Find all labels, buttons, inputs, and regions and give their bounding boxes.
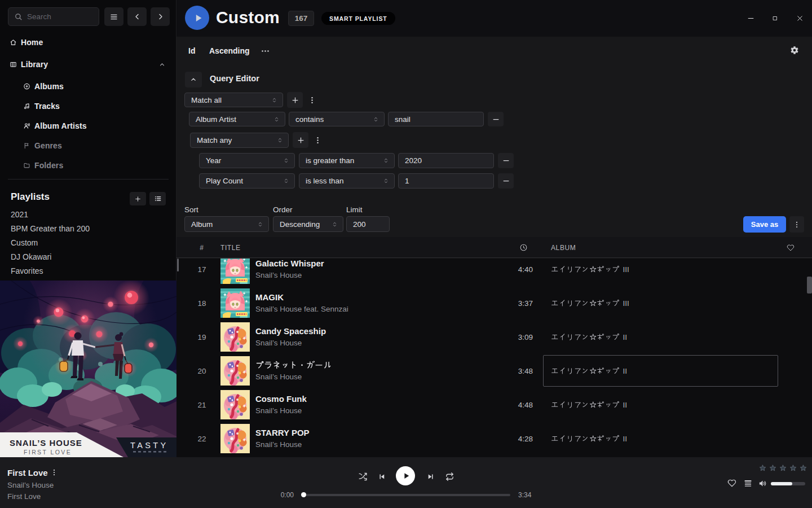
track-album[interactable]: II <box>551 388 627 422</box>
track-album[interactable]: III <box>551 259 629 286</box>
column-header-favorite[interactable] <box>787 237 795 258</box>
create-playlist-button[interactable] <box>130 192 146 205</box>
track-cover-thumbnail <box>220 288 250 318</box>
play-pause-button[interactable] <box>396 466 415 485</box>
track-cover-thumbnail <box>220 424 250 453</box>
menu-button[interactable] <box>104 7 123 26</box>
window-maximize-button[interactable] <box>767 12 783 24</box>
rule-operator-select[interactable]: is less than <box>299 173 395 189</box>
sidebar-scrollbar-thumb[interactable] <box>177 259 179 271</box>
playlist-item[interactable]: 2021 <box>11 208 157 221</box>
root-group-menu-button[interactable] <box>307 93 316 107</box>
column-header-duration[interactable] <box>519 237 528 258</box>
favorite-button[interactable] <box>727 478 737 488</box>
rule-value-input[interactable]: 1 <box>398 173 494 189</box>
now-playing-title[interactable]: First Love <box>7 468 48 478</box>
rating-star[interactable] <box>769 464 777 472</box>
unfold-icon <box>271 97 278 104</box>
rule-field-select[interactable]: Play Count <box>199 173 295 189</box>
rule-value-input[interactable]: snail <box>388 112 484 126</box>
nav-forward-button[interactable] <box>151 7 170 26</box>
sidebar-item-album-artists[interactable]: Album Artists <box>0 118 176 134</box>
artist-icon <box>23 122 30 130</box>
sidebar-item-home[interactable]: Home <box>0 34 176 50</box>
settings-button[interactable] <box>790 46 799 55</box>
search-input[interactable]: Search <box>8 7 99 26</box>
track-album[interactable]: III <box>551 286 629 320</box>
rule-field-select[interactable]: Year <box>199 153 295 168</box>
rating-star[interactable] <box>758 464 767 472</box>
playlist-item[interactable]: DJ Okawari <box>11 250 157 264</box>
volume-slider[interactable] <box>771 482 805 485</box>
table-row[interactable]: 22 STARRY POP Snail’s House 4:28 II <box>176 422 812 456</box>
column-header-title[interactable]: TITLE <box>220 237 241 258</box>
root-match-select[interactable]: Match all <box>184 93 283 107</box>
table-row[interactable]: 18 MAGIK Snail’s House feat. Sennzai 3:3… <box>176 286 812 320</box>
column-header-album[interactable]: ALBUM <box>551 237 576 258</box>
total-time: 3:34 <box>518 491 544 499</box>
now-playing-artist[interactable]: Snail’s House <box>7 481 54 489</box>
sidebar-item-label: Tracks <box>34 102 60 111</box>
unfold-icon <box>283 177 290 185</box>
table-row[interactable]: 21 Cosmo Funk Snail’s House 4:48 II <box>176 388 812 422</box>
remove-rule-button[interactable] <box>498 153 514 168</box>
sidebar-item-tracks[interactable]: Tracks <box>0 98 176 114</box>
playlist-list-button[interactable] <box>149 192 166 205</box>
nav-back-button[interactable] <box>127 7 147 26</box>
shuffle-button[interactable] <box>357 471 368 482</box>
query-limit-input[interactable]: 200 <box>346 216 390 232</box>
scrollbar-thumb[interactable] <box>807 277 812 294</box>
volume-fill <box>771 482 792 485</box>
rating-star[interactable] <box>799 464 807 472</box>
add-group-rule-button[interactable] <box>293 132 308 148</box>
previous-button[interactable] <box>376 471 387 482</box>
remove-rule-button[interactable] <box>488 112 504 126</box>
table-row[interactable]: 17 Galactic Whisper Snail’s House 4:40 I… <box>176 259 812 286</box>
seek-thumb[interactable] <box>301 492 306 497</box>
play-playlist-button[interactable] <box>185 6 209 30</box>
window-close-button[interactable] <box>792 12 807 24</box>
rating-stars[interactable] <box>758 464 807 472</box>
toolbar-more-button[interactable] <box>261 46 270 56</box>
volume-button[interactable] <box>757 478 767 488</box>
sidebar-item-albums[interactable]: Albums <box>0 78 176 94</box>
rating-star[interactable] <box>789 464 797 472</box>
next-button[interactable] <box>425 471 436 482</box>
track-album[interactable]: II <box>551 320 627 354</box>
table-row[interactable]: 20 Snail’s House 3:48 II <box>176 354 812 388</box>
remove-rule-button[interactable] <box>498 173 514 189</box>
query-editor-collapse-button[interactable] <box>185 72 202 87</box>
sidebar-item-library[interactable]: Library <box>0 56 176 72</box>
column-header-number[interactable]: # <box>188 237 216 258</box>
table-row[interactable]: 19 Candy Spaceship Snail’s House 3:09 II <box>176 320 812 354</box>
sidebar-item-genres[interactable]: Genres <box>0 138 176 154</box>
track-album[interactable]: II <box>551 422 627 456</box>
sort-direction-button[interactable]: Ascending <box>209 46 250 55</box>
add-rule-button[interactable] <box>287 92 303 108</box>
group-menu-button[interactable] <box>313 133 322 147</box>
track-number: 19 <box>188 320 216 354</box>
rule-operator-select[interactable]: is greater than <box>299 153 395 168</box>
playlist-item[interactable]: Custom <box>11 236 157 249</box>
now-playing-cover-art[interactable]: SNAIL’S HOUSE FIRST LOVE TASTY <box>0 281 176 457</box>
sidebar-item-folders[interactable]: Folders <box>0 157 176 173</box>
rule-operator-select[interactable]: contains <box>289 112 385 126</box>
window-minimize-button[interactable] <box>743 12 758 24</box>
query-order-select[interactable]: Descending <box>273 216 343 232</box>
save-as-button[interactable]: Save as <box>743 216 786 233</box>
seek-slider[interactable] <box>302 494 510 496</box>
query-sort-select[interactable]: Album <box>184 216 269 232</box>
sort-field-button[interactable]: Id <box>188 46 195 55</box>
repeat-button[interactable] <box>444 471 455 482</box>
rating-star[interactable] <box>779 464 787 472</box>
group-match-select[interactable]: Match any <box>190 133 289 148</box>
save-menu-button[interactable] <box>789 216 804 233</box>
queue-button[interactable] <box>743 478 753 488</box>
now-playing-album[interactable]: First Love <box>7 492 41 501</box>
rule-field-select[interactable]: Album Artist <box>189 112 285 126</box>
track-duration: 4:48 <box>476 388 533 422</box>
now-playing-menu-button[interactable] <box>50 468 59 477</box>
playlist-item[interactable]: BPM Greater than 200 <box>11 222 157 235</box>
playlist-item[interactable]: Favorites <box>11 264 157 278</box>
rule-value-input[interactable]: 2020 <box>398 153 494 168</box>
